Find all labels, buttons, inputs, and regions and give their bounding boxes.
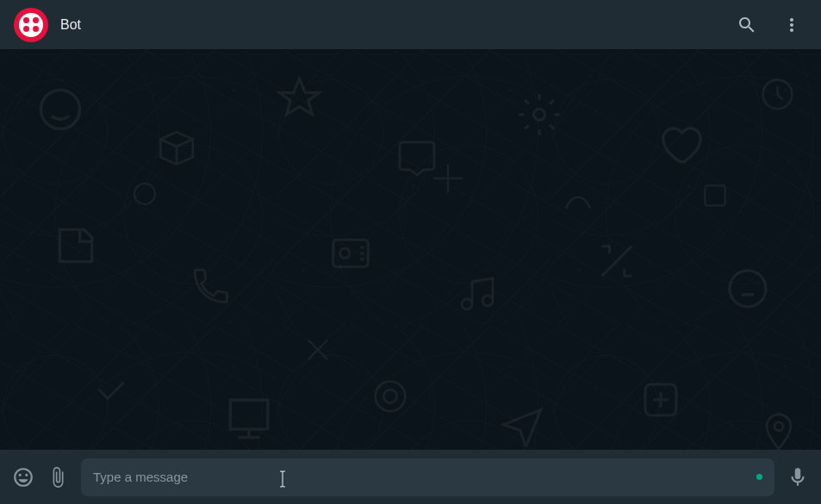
chat-background-doodles (0, 49, 821, 450)
header-actions (737, 15, 807, 35)
message-input[interactable] (93, 470, 748, 484)
mic-icon[interactable] (787, 466, 809, 488)
svg-point-0 (41, 90, 80, 129)
search-icon[interactable] (737, 15, 757, 35)
chat-title[interactable]: Bot (60, 17, 725, 33)
svg-point-6 (376, 382, 406, 412)
avatar-logo (19, 13, 43, 37)
svg-point-1 (534, 109, 545, 121)
chat-header: Bot (0, 0, 821, 49)
contact-avatar[interactable] (14, 8, 48, 42)
svg-point-4 (340, 248, 350, 258)
svg-rect-11 (705, 185, 725, 205)
message-input-container (81, 458, 774, 496)
svg-point-9 (774, 422, 783, 431)
attach-icon[interactable] (47, 466, 69, 488)
svg-point-7 (383, 389, 396, 402)
message-composer (0, 450, 821, 504)
emoji-icon[interactable] (12, 466, 34, 488)
chat-message-area[interactable] (0, 49, 821, 450)
svg-point-5 (730, 271, 766, 307)
svg-point-10 (134, 184, 155, 204)
menu-icon[interactable] (781, 15, 802, 35)
connection-status-indicator (756, 474, 762, 480)
